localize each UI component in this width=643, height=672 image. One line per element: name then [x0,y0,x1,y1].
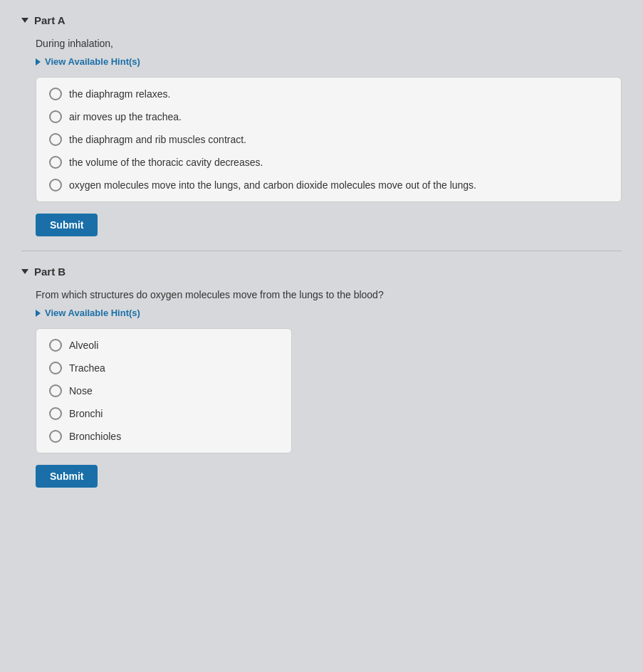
part-b-content: From which structures do oxygen molecule… [21,289,622,488]
part-a-question: During inhalation, [36,38,622,49]
part-b-hint-label: View Available Hint(s) [45,308,140,318]
part-a-option-3[interactable]: the volume of the thoracic cavity decrea… [49,156,608,169]
radio-circle-a-3 [49,156,62,169]
part-b-option-label-4: Bronchioles [69,431,121,442]
radio-circle-a-1 [49,110,62,123]
part-a-hint-toggle[interactable]: View Available Hint(s) [36,56,622,67]
part-b-section: Part B From which structures do oxygen m… [21,266,622,488]
part-a-header[interactable]: Part A [21,14,622,26]
radio-circle-b-0 [49,339,62,352]
part-b-options-box: Alveoli Trachea Nose Bronchi Bronchioles [36,328,292,453]
part-a-option-0[interactable]: the diaphragm relaxes. [49,88,608,100]
part-b-option-label-2: Nose [69,385,93,397]
part-b-header[interactable]: Part B [21,266,622,278]
part-a-hint-label: View Available Hint(s) [45,56,140,67]
part-b-option-label-0: Alveoli [69,340,98,351]
part-b-option-label-3: Bronchi [69,408,103,419]
part-b-submit-button[interactable]: Submit [36,465,98,488]
part-a-option-label-0: the diaphragm relaxes. [69,88,170,100]
part-a-option-label-4: oxygen molecules move into the lungs, an… [69,179,476,191]
part-a-option-2[interactable]: the diaphragm and rib muscles contract. [49,133,608,146]
part-b-option-label-1: Trachea [69,362,105,374]
part-a-content: During inhalation, View Available Hint(s… [21,38,622,236]
part-a-option-4[interactable]: oxygen molecules move into the lungs, an… [49,179,608,191]
part-a-chevron-icon [21,18,28,23]
hint-b-arrow-icon [36,310,41,317]
part-a-section: Part A During inhalation, View Available… [21,14,622,236]
part-a-option-label-2: the diaphragm and rib muscles contract. [69,134,246,145]
part-b-option-4[interactable]: Bronchioles [49,430,278,443]
part-b-label: Part B [34,266,66,278]
part-a-options-box: the diaphragm relaxes. air moves up the … [36,77,622,202]
part-a-submit-button[interactable]: Submit [36,214,98,236]
radio-circle-a-4 [49,179,62,191]
radio-circle-b-1 [49,362,62,374]
section-divider [21,251,622,251]
part-b-option-0[interactable]: Alveoli [49,339,278,352]
part-b-option-2[interactable]: Nose [49,384,278,397]
radio-circle-b-4 [49,430,62,443]
part-a-option-label-3: the volume of the thoracic cavity decrea… [69,157,263,168]
radio-circle-b-3 [49,407,62,420]
part-a-option-1[interactable]: air moves up the trachea. [49,110,608,123]
radio-circle-b-2 [49,384,62,397]
part-b-option-3[interactable]: Bronchi [49,407,278,420]
part-b-chevron-icon [21,269,28,274]
radio-circle-a-2 [49,133,62,146]
hint-arrow-icon [36,58,41,65]
part-a-label: Part A [34,14,66,26]
radio-circle-a-0 [49,88,62,100]
part-a-option-label-1: air moves up the trachea. [69,111,182,122]
part-b-option-1[interactable]: Trachea [49,362,278,374]
part-b-hint-toggle[interactable]: View Available Hint(s) [36,308,622,318]
part-b-question: From which structures do oxygen molecule… [36,289,622,300]
